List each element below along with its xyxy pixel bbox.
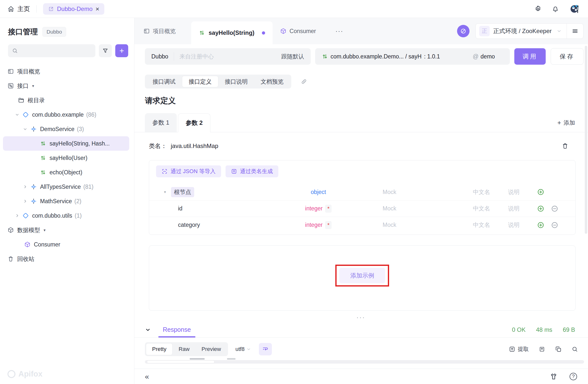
delete-param-trash-icon[interactable]	[562, 143, 569, 149]
generate-from-classname-button[interactable]: 通过类名生成	[226, 165, 278, 177]
home-button[interactable]: 主页	[7, 5, 30, 13]
chevron-right-icon[interactable]	[23, 199, 27, 203]
chevron-down-icon[interactable]	[23, 127, 27, 131]
external-link-icon	[48, 6, 54, 12]
sidebar-item-alltypes-service[interactable]: AllTypesService (81)	[3, 180, 129, 194]
tab-project-overview[interactable]: 项目概览	[143, 27, 176, 35]
root-node-name[interactable]: 根节点	[171, 187, 194, 197]
collapse-sidebar-button[interactable]: «	[145, 373, 149, 380]
schema-root-row[interactable]: ▾ 根节点 object Mock 中文名 说明	[149, 184, 575, 200]
mock-placeholder[interactable]: Mock	[348, 189, 463, 195]
tab-sayhello-active[interactable]: sayHello(String)	[191, 21, 273, 44]
sidebar-item-pkg-example[interactable]: com.dubbo.example (86)	[3, 107, 129, 122]
remove-field-icon[interactable]	[551, 221, 558, 229]
download-icon[interactable]	[539, 346, 545, 352]
tshirt-theme-icon[interactable]	[550, 373, 558, 381]
sidebar-item-demo-service[interactable]: DemoService (3)	[3, 122, 129, 136]
vertical-scrollbar-thumb[interactable]	[585, 46, 587, 234]
remove-field-icon[interactable]	[551, 205, 558, 212]
sidebar-item-echo-object[interactable]: echo(Object)	[3, 165, 129, 180]
invoke-button[interactable]: 调用	[514, 48, 546, 65]
sidebar-item-sayhello-user[interactable]: sayHello(User)	[3, 151, 129, 165]
subtab-preview[interactable]: 文档预览	[254, 76, 290, 87]
horizontal-scrollbar[interactable]	[145, 360, 584, 364]
sidebar-item-root-dir[interactable]: 根目录	[3, 93, 129, 107]
add-field-icon[interactable]	[537, 221, 544, 229]
project-tab[interactable]: Dubbo-Demo ×	[43, 3, 104, 15]
sidebar-item-consumer[interactable]: Consumer	[3, 237, 129, 252]
view-raw[interactable]: Raw	[173, 343, 195, 355]
view-pretty[interactable]: Pretty	[146, 343, 173, 355]
cn-name-placeholder[interactable]: 中文名	[463, 221, 500, 229]
chevron-down-icon[interactable]	[15, 112, 19, 117]
notifications-bell-icon[interactable]	[552, 5, 559, 13]
collapse-chevron-icon[interactable]	[145, 327, 151, 333]
import-from-json-button[interactable]: 通过 JSON 等导入	[156, 165, 221, 177]
sidebar-item-overview[interactable]: 项目概览	[3, 64, 129, 79]
search-icon[interactable]	[572, 346, 578, 352]
response-tab[interactable]: Response	[161, 322, 193, 337]
cn-name-placeholder[interactable]: 中文名	[463, 205, 500, 212]
add-param-button[interactable]: + 添加	[557, 119, 575, 127]
desc-placeholder[interactable]: 说明	[500, 188, 528, 196]
mock-placeholder[interactable]: Mock	[348, 205, 463, 212]
add-field-icon[interactable]	[537, 188, 544, 196]
subtab-doc[interactable]: 接口说明	[218, 76, 254, 87]
copy-icon[interactable]	[555, 346, 562, 352]
env-menu-button[interactable]	[567, 28, 583, 34]
sidebar-item-trash[interactable]: 回收站	[3, 252, 129, 266]
sidebar-item-api[interactable]: 接口 ▾	[3, 79, 129, 93]
caret-down-icon[interactable]: ▾	[44, 228, 46, 233]
scrollbar-thumb[interactable]	[147, 360, 215, 363]
avatar[interactable]	[569, 3, 581, 15]
desc-placeholder[interactable]: 说明	[500, 205, 528, 212]
sidebar-item-pkg-utils[interactable]: com.dubbo.utils (1)	[3, 208, 129, 223]
environment-selector[interactable]: 正 正式环境 / ZooKeeper	[475, 23, 584, 39]
classname-value[interactable]: java.util.HashMap	[171, 143, 218, 149]
help-question-icon[interactable]: ?	[570, 373, 577, 380]
mock-placeholder[interactable]: Mock	[348, 222, 463, 228]
sidebar-item-math-service[interactable]: MathService (2)	[3, 194, 129, 208]
chevron-right-icon[interactable]	[23, 185, 27, 189]
field-name[interactable]: id	[178, 205, 182, 212]
settings-gear-icon[interactable]	[534, 5, 542, 13]
tab-consumer[interactable]: Consumer	[280, 28, 316, 35]
protocol-registry-group[interactable]: Dubbo 来自注册中心 跟随默认	[145, 48, 311, 65]
subtab-debug[interactable]: 接口调试	[146, 76, 182, 87]
schema-table: ▾ 根节点 object Mock 中文名 说明 id integer *	[149, 184, 575, 233]
sync-button[interactable]	[457, 25, 470, 37]
sidebar-item-data-model[interactable]: 数据模型 ▾	[3, 223, 129, 237]
extract-button[interactable]: 提取	[509, 345, 529, 353]
caret-down-icon[interactable]: ▾	[32, 84, 34, 88]
field-name[interactable]: category	[178, 222, 200, 228]
schema-field-row[interactable]: id integer * Mock 中文名 说明	[149, 200, 575, 217]
word-wrap-button[interactable]	[259, 343, 272, 355]
more-tabs-button[interactable]: ···	[335, 27, 343, 35]
save-button[interactable]: 保存	[551, 48, 584, 65]
splitter-drag-handle[interactable]: ···	[352, 314, 370, 321]
type-value[interactable]: integer	[305, 222, 323, 228]
protocol-label: Dubbo	[151, 53, 168, 60]
tab-param-1[interactable]: 参数 1	[145, 113, 177, 132]
filter-button[interactable]	[99, 44, 112, 57]
cn-name-placeholder[interactable]: 中文名	[463, 188, 500, 196]
type-value[interactable]: object	[311, 189, 326, 195]
close-icon[interactable]: ×	[96, 6, 99, 12]
tab-param-2[interactable]: 参数 2	[178, 113, 210, 132]
subtab-define[interactable]: 接口定义	[182, 76, 218, 87]
add-example-button[interactable]: 添加示例	[339, 268, 385, 283]
link-icon[interactable]	[301, 78, 307, 85]
add-field-icon[interactable]	[537, 205, 544, 212]
add-new-button[interactable]: +	[115, 44, 128, 57]
schema-field-row[interactable]: category integer * Mock 中文名 说明	[149, 217, 575, 233]
caret-down-icon[interactable]: ▾	[164, 190, 168, 194]
view-preview[interactable]: Preview	[195, 343, 227, 355]
section-title: 请求定义	[145, 96, 176, 106]
sidebar-item-sayhello-string[interactable]: sayHello(String, Hash...	[3, 136, 129, 151]
type-value[interactable]: integer	[305, 205, 323, 212]
encoding-select[interactable]: utf8	[235, 346, 251, 352]
search-input[interactable]	[8, 44, 95, 57]
desc-placeholder[interactable]: 说明	[500, 221, 528, 229]
chevron-right-icon[interactable]	[15, 213, 19, 218]
service-method-field[interactable]: com.dubbo.example.Demo... / sayH : 1.0.1…	[315, 48, 510, 65]
